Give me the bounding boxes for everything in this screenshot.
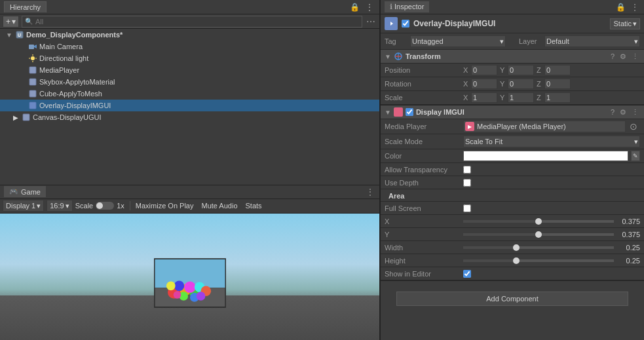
aspect-dropdown[interactable]: 16:9 ▾ bbox=[47, 200, 72, 212]
svg-point-4 bbox=[31, 56, 35, 60]
width-slider-value: 0.25 bbox=[619, 244, 640, 252]
full-screen-checkbox[interactable] bbox=[463, 204, 471, 212]
position-y-input[interactable] bbox=[508, 65, 534, 75]
transform-help-icon[interactable]: ? bbox=[609, 52, 616, 61]
svg-text:U: U bbox=[18, 33, 21, 37]
inspector-content: Static ▾ Tag Untagged ▾ Layer Default ▾ bbox=[381, 14, 644, 340]
hierarchy-add-button[interactable]: + ▾ bbox=[3, 16, 19, 28]
transform-settings-icon[interactable]: ⚙ bbox=[618, 52, 628, 61]
scale-mode-dropdown[interactable]: Scale To Fit ▾ bbox=[463, 136, 640, 147]
inspector-more-icon[interactable]: ⋮ bbox=[630, 3, 640, 12]
transform-more-icon[interactable]: ⋮ bbox=[630, 52, 640, 61]
transform-title: Transform bbox=[406, 52, 607, 60]
use-depth-checkbox[interactable] bbox=[463, 179, 471, 187]
inspector-tab-label: Inspector bbox=[394, 3, 424, 10]
position-x-input[interactable] bbox=[471, 65, 497, 75]
x-slider-track[interactable] bbox=[463, 220, 614, 223]
transform-arrow-icon: ▼ bbox=[385, 53, 391, 60]
game-tab[interactable]: 🎮 Game bbox=[4, 186, 46, 197]
use-depth-row: Use Depth bbox=[381, 176, 644, 189]
scale-y-item: Y bbox=[500, 92, 534, 103]
rotation-x-input[interactable] bbox=[471, 79, 497, 89]
inspector-lock-icon[interactable]: 🔒 bbox=[615, 3, 627, 12]
tree-item-cube[interactable]: Cube-ApplyToMesh bbox=[0, 88, 379, 100]
object-header: Static ▾ bbox=[381, 14, 644, 33]
scale-z-input[interactable] bbox=[544, 92, 571, 103]
display-imgui-title: Display IMGUI bbox=[416, 108, 607, 116]
width-slider-thumb[interactable] bbox=[513, 244, 520, 251]
media-player-pick-icon[interactable]: ⊙ bbox=[628, 121, 640, 132]
width-slider-track[interactable] bbox=[463, 246, 614, 249]
scene-name-label: Demo_DisplayComponents* bbox=[26, 31, 123, 39]
hierarchy-scene-root[interactable]: ▼ U Demo_DisplayComponents* bbox=[0, 29, 379, 41]
hierarchy-lock-icon[interactable]: 🔒 bbox=[349, 2, 361, 12]
scale-y-input[interactable] bbox=[508, 92, 534, 103]
scale-mode-selected: Scale To Fit bbox=[465, 138, 502, 145]
hierarchy-panel-header: Hierarchy 🔒 ⋮ bbox=[0, 0, 379, 14]
tree-item-skybox[interactable]: Skybox-ApplytoMaterial bbox=[0, 76, 379, 88]
color-pick-button[interactable]: ✎ bbox=[631, 151, 640, 161]
add-component-button[interactable]: Add Component bbox=[396, 292, 628, 306]
position-z-item: Z bbox=[537, 65, 571, 75]
height-slider-track[interactable] bbox=[463, 259, 614, 262]
y-slider-track[interactable] bbox=[463, 233, 614, 236]
rotation-y-item: Y bbox=[500, 79, 534, 89]
display-imgui-settings-icon[interactable]: ⚙ bbox=[618, 108, 628, 117]
static-chevron-icon: ▾ bbox=[633, 20, 637, 28]
tree-item-canvas[interactable]: ▶ Canvas-DisplayUGUI bbox=[0, 111, 379, 123]
tree-item-overlay[interactable]: Overlay-DisplayIMGUI bbox=[0, 100, 379, 111]
media-player-row: Media Player ▶ MediaPlayer (Media Player… bbox=[381, 119, 644, 134]
display-imgui-header[interactable]: ▼ Display IMGUI ? ⚙ ⋮ bbox=[381, 105, 644, 119]
game-more-icon[interactable]: ⋮ bbox=[365, 187, 375, 197]
mute-label[interactable]: Mute Audio bbox=[201, 202, 237, 210]
maximize-label[interactable]: Maximize On Play bbox=[136, 202, 194, 210]
rotation-y-input[interactable] bbox=[508, 79, 534, 89]
y-slider-thumb[interactable] bbox=[535, 231, 542, 238]
position-y-item: Y bbox=[500, 65, 534, 75]
tree-item-main-camera[interactable]: Main Camera bbox=[0, 41, 379, 52]
scale-label: Scale bbox=[385, 94, 463, 102]
position-z-input[interactable] bbox=[544, 65, 571, 75]
hierarchy-search-input[interactable] bbox=[35, 18, 359, 26]
hierarchy-tab[interactable]: Hierarchy bbox=[4, 1, 47, 12]
scene-arrow-icon: ▼ bbox=[5, 31, 13, 39]
color-swatch[interactable] bbox=[463, 151, 628, 161]
svg-rect-34 bbox=[396, 109, 401, 115]
tag-value: Untagged bbox=[412, 37, 444, 45]
allow-transparency-row: Allow Transparency bbox=[381, 163, 644, 176]
display-imgui-help-icon[interactable]: ? bbox=[609, 108, 616, 117]
rotation-z-input[interactable] bbox=[544, 79, 571, 89]
static-dropdown[interactable]: Static ▾ bbox=[610, 18, 640, 29]
media-player-selected-value: MediaPlayer (Media Player) bbox=[477, 123, 566, 130]
scale-slider[interactable] bbox=[96, 202, 114, 210]
media-player-selector[interactable]: ▶ MediaPlayer (Media Player) bbox=[463, 121, 626, 132]
display-dropdown[interactable]: Display 1 ▾ bbox=[3, 200, 44, 212]
tree-label-skybox: Skybox-ApplytoMaterial bbox=[39, 78, 115, 86]
display-imgui-more-icon[interactable]: ⋮ bbox=[630, 108, 640, 117]
hierarchy-more-icon[interactable]: ⋮ bbox=[364, 2, 375, 12]
x-slider-thumb[interactable] bbox=[535, 218, 542, 225]
display-imgui-enabled-checkbox[interactable] bbox=[406, 108, 413, 116]
layer-dropdown[interactable]: Default ▾ bbox=[544, 35, 640, 47]
tree-item-dir-light[interactable]: Directional light bbox=[0, 52, 379, 64]
transform-section-header[interactable]: ▼ Transform ? ⚙ ⋮ bbox=[381, 50, 644, 64]
object-name-input[interactable] bbox=[413, 19, 606, 28]
svg-point-23 bbox=[166, 281, 175, 290]
tree-label-light: Directional light bbox=[39, 54, 88, 62]
add-component-container: Add Component bbox=[381, 281, 644, 316]
allow-transparency-checkbox[interactable] bbox=[463, 166, 471, 174]
object-enabled-checkbox[interactable] bbox=[402, 20, 409, 28]
scale-x-input[interactable] bbox=[471, 92, 497, 103]
inspector-tab[interactable]: ℹ Inspector bbox=[385, 1, 429, 12]
hierarchy-filter-icon[interactable]: ⋯ bbox=[365, 16, 377, 27]
height-slider-thumb[interactable] bbox=[513, 257, 520, 264]
svg-point-20 bbox=[174, 281, 184, 292]
allow-transparency-value bbox=[463, 166, 640, 174]
show-in-editor-checkbox[interactable] bbox=[463, 270, 471, 278]
show-in-editor-value bbox=[463, 270, 640, 278]
stats-label[interactable]: Stats bbox=[246, 202, 262, 210]
tag-dropdown[interactable]: Untagged ▾ bbox=[410, 35, 506, 47]
tree-item-mediaplayer[interactable]: MediaPlayer bbox=[0, 64, 379, 76]
scale-mode-value: Scale To Fit ▾ bbox=[463, 136, 640, 147]
svg-marker-3 bbox=[34, 45, 37, 48]
